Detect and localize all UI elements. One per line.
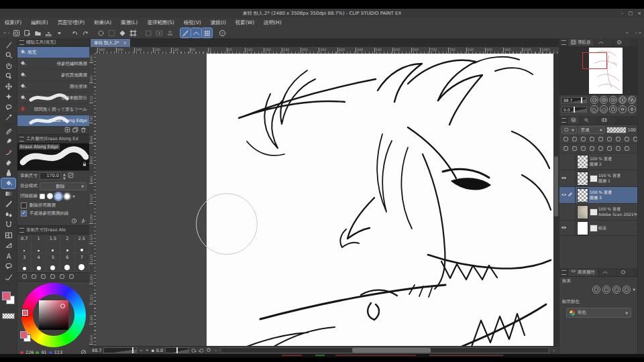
combine-icon[interactable] — [597, 145, 604, 152]
layer-row[interactable]: 100 % 普通圖層 2 — [559, 154, 638, 170]
reset-rotation-icon[interactable] — [609, 105, 617, 113]
actual-size-button[interactable]: ▪ — [151, 348, 154, 353]
tab-layer[interactable] — [568, 117, 579, 124]
antialias-strong-button[interactable] — [64, 193, 70, 200]
eye-icon[interactable] — [561, 225, 567, 232]
clip-icon[interactable] — [562, 136, 569, 143]
menu-item-6[interactable]: 檢視(V) — [179, 19, 206, 26]
menu-item-3[interactable]: 動畫(A) — [89, 19, 116, 26]
blend-mode-select[interactable]: 刪除 ▼ — [40, 182, 87, 190]
hue-marker[interactable] — [22, 310, 28, 316]
minimize-button[interactable]: – — [621, 9, 624, 18]
menu-item-4[interactable]: 圖層(L) — [116, 19, 142, 26]
layer-property-header[interactable]: 圖層屬性 — [559, 268, 638, 277]
antialias-weak-button[interactable] — [47, 193, 53, 199]
canvas-page[interactable] — [207, 54, 553, 347]
new-folder-icon[interactable] — [580, 145, 586, 152]
export-icon[interactable] — [44, 28, 54, 38]
zoom-out-button[interactable]: − — [139, 348, 142, 353]
brush-size-input[interactable]: 170.0 — [40, 172, 61, 180]
blend-mode-dropdown[interactable]: 普通▼ — [578, 126, 605, 134]
liquify-icon[interactable] — [1, 220, 15, 231]
pen-icon[interactable] — [1, 126, 15, 137]
layer-thumbnail[interactable] — [577, 155, 588, 169]
wrench-icon[interactable] — [80, 218, 86, 225]
flip-horizontal-icon[interactable] — [619, 105, 627, 113]
brush-size-option[interactable]: 3 — [17, 253, 32, 272]
layer-row[interactable]: 紙張 — [559, 221, 638, 236]
layer-opacity-slider[interactable] — [606, 127, 627, 133]
zoom-out-icon[interactable] — [590, 96, 598, 104]
navigator-preview[interactable] — [559, 47, 638, 95]
panel-menu-icon[interactable] — [19, 40, 24, 45]
snap-grid-icon[interactable] — [202, 28, 212, 38]
reset-tool-icon[interactable] — [71, 218, 77, 225]
brush-size-option[interactable]: 2 — [60, 235, 74, 253]
antialias-medium-button[interactable] — [55, 193, 62, 200]
delete-all-layers-option[interactable]: 刪除所有圖層 — [17, 201, 89, 209]
layer-thumbnail[interactable] — [577, 221, 588, 235]
mini-color-swatches[interactable] — [20, 331, 31, 342]
fit-screen-icon[interactable] — [609, 96, 617, 104]
brush-size-option[interactable]: 2.5 — [75, 235, 89, 253]
duplicate-subtool-icon[interactable] — [72, 127, 78, 134]
brush-size-dynamics-button[interactable] — [68, 172, 74, 180]
layer-thumbnail[interactable] — [577, 188, 588, 202]
snap-special-ruler-icon[interactable] — [191, 28, 201, 38]
ruler-layer-icon[interactable] — [614, 136, 621, 143]
layer-thumbnail[interactable] — [577, 205, 588, 219]
rotate-left-icon[interactable] — [590, 105, 598, 113]
tab-navigator[interactable]: 導航器 — [568, 39, 594, 46]
mask-layer-icon[interactable] — [606, 136, 612, 143]
color-wheel[interactable] — [17, 282, 89, 349]
hue-circle-icon[interactable] — [21, 274, 28, 281]
layer-row[interactable]: 100 % 普通圖層 1 — [559, 170, 638, 187]
reset-rotation-icon[interactable] — [206, 347, 211, 354]
panel-menu-icon[interactable] — [561, 40, 566, 45]
deselect-icon[interactable] — [96, 28, 106, 38]
subtool-item[interactable]: 僅參照編輯圖層 — [17, 58, 89, 70]
brush-icon[interactable] — [1, 147, 15, 158]
csp-logo-icon[interactable] — [11, 28, 21, 38]
crop-icon[interactable] — [128, 28, 138, 38]
set-target-icon[interactable] — [623, 136, 630, 143]
subtool-item[interactable]: 參照其他圖層 — [17, 70, 89, 81]
close-tab-icon[interactable]: × — [123, 39, 127, 47]
airbrush-icon[interactable] — [1, 199, 15, 210]
menu-item-2[interactable]: 頁面管理(P) — [53, 19, 89, 26]
layer-thumbnail-size-select[interactable]: ▼ — [561, 126, 577, 134]
toolbar-overflow-right-icon[interactable]: › » — [634, 30, 643, 36]
display-color-select[interactable]: 彩色 ▼ — [566, 308, 631, 318]
eraser-icon[interactable] — [1, 158, 15, 168]
tool-property-header[interactable]: 工具屬性[Erase Along Ed — [17, 135, 89, 143]
figure-icon[interactable] — [1, 241, 15, 251]
layer-row[interactable]: 100 % 普通圖層 3 — [559, 187, 638, 204]
menu-item-0[interactable]: 檔案(F) — [0, 19, 26, 26]
navigator-view-rectangle[interactable] — [582, 52, 607, 69]
checkbox-unchecked[interactable] — [21, 202, 27, 208]
brush-size-panel-header[interactable]: 筆刷尺寸[Erase Alo — [17, 226, 89, 235]
decoration-icon[interactable] — [1, 209, 15, 220]
stamp-icon[interactable] — [165, 28, 175, 38]
frame-border-icon[interactable] — [1, 230, 15, 241]
document-tab[interactable]: 東特 獸人.2* × — [91, 39, 130, 47]
mixer-icon[interactable] — [50, 274, 56, 281]
navigator-header[interactable]: 導航器 — [559, 38, 638, 47]
brush-size-option[interactable]: 7 — [75, 253, 89, 272]
history-icon[interactable] — [59, 274, 65, 281]
lasso-icon[interactable] — [1, 102, 15, 113]
lock-icon[interactable] — [82, 162, 87, 168]
move-layer-icon[interactable] — [1, 81, 15, 92]
rotate-right-icon[interactable] — [600, 105, 608, 113]
sv-marker[interactable] — [60, 304, 65, 308]
scroll-right-icon[interactable]: › — [551, 348, 556, 353]
toolbar-overflow-mid-icon[interactable]: « — [624, 30, 629, 36]
settings-icon[interactable] — [68, 274, 74, 281]
layout-icon[interactable] — [628, 96, 636, 104]
menu-item-1[interactable]: 編輯(E) — [26, 19, 53, 26]
tone-effect-icon[interactable] — [602, 286, 610, 294]
brush-size-stepper[interactable]: ▲▼ — [63, 172, 66, 180]
redo-icon[interactable] — [80, 28, 91, 38]
checkbox-checked[interactable]: ✓ — [21, 210, 27, 217]
panel-menu-icon[interactable] — [561, 118, 566, 123]
